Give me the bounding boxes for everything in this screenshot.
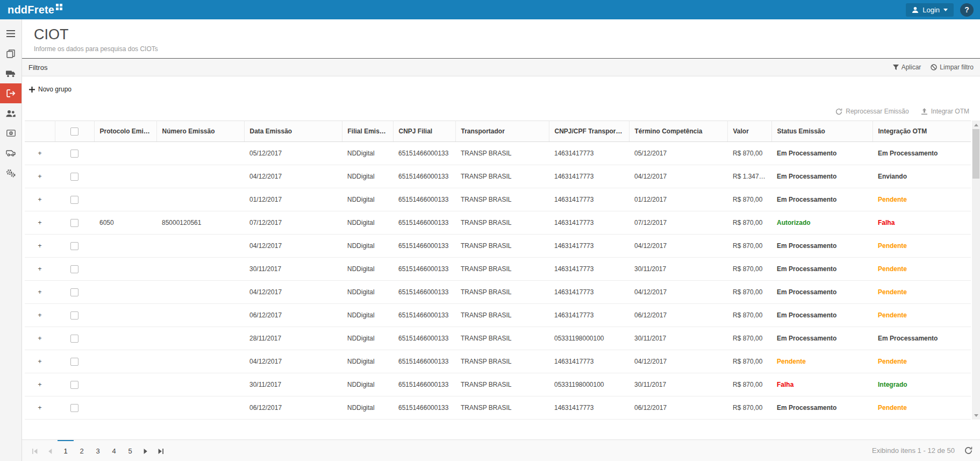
column-header-10[interactable]: Integração OTM (872, 121, 971, 142)
cell-cnpj-filial: 65151466000133 (393, 258, 455, 281)
row-checkbox[interactable] (70, 358, 78, 366)
column-header-8[interactable]: Valor (727, 121, 771, 142)
row-checkbox[interactable] (70, 311, 78, 320)
row-checkbox[interactable] (70, 381, 78, 389)
cell-filial: NDDigital (342, 142, 393, 165)
scroll-up-button[interactable] (972, 120, 980, 129)
user-icon (912, 6, 919, 13)
cell-transportador: TRANSP BRASIL (455, 373, 549, 396)
cell-termino: 05/12/2017 (629, 142, 727, 165)
cell-filial: NDDigital (342, 304, 393, 327)
scroll-down-button[interactable] (972, 411, 980, 420)
column-header-3[interactable]: Filial Emissora (342, 121, 393, 142)
cell-termino: 01/12/2017 (629, 188, 727, 211)
row-checkbox[interactable] (70, 404, 78, 412)
pager-page-2[interactable]: 2 (74, 440, 90, 461)
cell-transportador: TRANSP BRASIL (455, 327, 549, 350)
cell-transportador: TRANSP BRASIL (455, 211, 549, 235)
cell-protocolo (94, 235, 156, 258)
row-checkbox[interactable] (70, 219, 78, 227)
pager-page-5[interactable]: 5 (122, 440, 138, 461)
filters-body: Novo grupo (22, 76, 980, 102)
column-header-5[interactable]: Transportador (455, 121, 549, 142)
column-header-0[interactable]: Protocolo Emissão (94, 121, 156, 142)
cell-cnpj-filial: 65151466000133 (393, 211, 455, 235)
row-expand-button[interactable]: + (25, 258, 55, 281)
row-expand-button[interactable]: + (25, 211, 55, 235)
pager-page-3[interactable]: 3 (90, 440, 106, 461)
row-checkbox[interactable] (70, 150, 78, 158)
pager-controls: 12345 (27, 440, 168, 461)
row-checkbox[interactable] (70, 242, 78, 250)
cell-valor: R$ 870,00 (727, 281, 771, 304)
filters-panel-header: Filtros Aplicar Limpar filtro (22, 58, 980, 76)
row-expand-button[interactable]: + (25, 396, 55, 420)
pager: 12345 Exibindo itens 1 - 12 de 50 (22, 439, 980, 461)
filters-title: Filtros (28, 63, 47, 72)
cell-protocolo: 6050 (94, 211, 156, 235)
column-header-1[interactable]: Número Emissão (156, 121, 244, 142)
cell-integracao-otm: Pendente (872, 396, 971, 420)
column-header-9[interactable]: Status Emissão (771, 121, 872, 142)
row-checkbox[interactable] (70, 173, 78, 181)
pager-last-button[interactable] (153, 440, 168, 461)
row-checkbox[interactable] (70, 335, 78, 343)
sidebar-item-users[interactable] (0, 103, 22, 123)
cell-status-emissao: Em Processamento (771, 188, 872, 211)
select-all-checkbox[interactable] (70, 127, 78, 136)
row-expand-button[interactable]: + (25, 188, 55, 211)
login-button[interactable]: Login (906, 3, 954, 17)
cell-cnpj-filial: 65151466000133 (393, 350, 455, 373)
fleet-icon (6, 150, 16, 157)
column-header-6[interactable]: CNPJ/CPF Transporta... (549, 121, 629, 142)
pager-prev-button[interactable] (42, 440, 58, 461)
row-checkbox[interactable] (70, 265, 78, 273)
vertical-scrollbar[interactable] (972, 120, 980, 420)
pager-refresh-button[interactable] (964, 446, 972, 455)
row-expand-button[interactable]: + (25, 327, 55, 350)
cell-numero: 85000120561 (156, 211, 244, 235)
apply-filter-button[interactable]: Aplicar (893, 63, 921, 71)
sidebar-item-menu[interactable] (0, 24, 22, 44)
cell-termino: 30/11/2017 (629, 373, 727, 396)
row-expand-button[interactable]: + (25, 235, 55, 258)
row-expand-button[interactable]: + (25, 304, 55, 327)
cell-cnpj-cpf: 05331198000100 (549, 327, 629, 350)
cell-data-emissao: 06/12/2017 (244, 396, 342, 420)
row-checkbox[interactable] (70, 288, 78, 296)
pager-next-button[interactable] (138, 440, 153, 461)
clear-filter-button[interactable]: Limpar filtro (931, 63, 974, 71)
reprocess-emission-button[interactable]: Reprocessar Emissão (835, 108, 909, 115)
column-header-4[interactable]: CNPJ Filial (393, 121, 455, 142)
row-expand-button[interactable]: + (25, 373, 55, 396)
new-group-button[interactable]: Novo grupo (29, 86, 71, 93)
sidebar-item-truck[interactable] (0, 63, 22, 83)
pager-page-1[interactable]: 1 (58, 440, 74, 461)
row-checkbox-cell (55, 304, 94, 327)
table-row: +06/12/2017NDDigital65151466000133TRANSP… (25, 304, 971, 327)
cell-status-emissao: Em Processamento (771, 235, 872, 258)
table-row: +04/12/2017NDDigital65151466000133TRANSP… (25, 235, 971, 258)
expand-column-header (25, 121, 55, 142)
column-header-7[interactable]: Término Competência (629, 121, 727, 142)
row-expand-button[interactable]: + (25, 350, 55, 373)
sidebar-item-documents[interactable] (0, 44, 22, 63)
help-button[interactable]: ? (960, 3, 974, 17)
pager-page-4[interactable]: 4 (106, 440, 122, 461)
sidebar-item-ciot[interactable] (0, 83, 22, 103)
row-expand-button[interactable]: + (25, 165, 55, 188)
sidebar-item-payments[interactable] (0, 123, 22, 143)
table-row: +04/12/2017NDDigital65151466000133TRANSP… (25, 165, 971, 188)
cell-transportador: TRANSP BRASIL (455, 350, 549, 373)
cell-valor: R$ 870,00 (727, 396, 771, 420)
column-header-2[interactable]: Data Emissão (244, 121, 342, 142)
row-expand-button[interactable]: + (25, 142, 55, 165)
sidebar-item-settings[interactable] (0, 163, 22, 183)
pager-first-button[interactable] (27, 440, 42, 461)
cell-protocolo (94, 165, 156, 188)
integrate-otm-button[interactable]: Integrar OTM (921, 108, 969, 115)
row-expand-button[interactable]: + (25, 281, 55, 304)
scrollbar-thumb[interactable] (972, 129, 979, 179)
row-checkbox[interactable] (70, 196, 78, 204)
sidebar-item-fleet[interactable] (0, 143, 22, 163)
